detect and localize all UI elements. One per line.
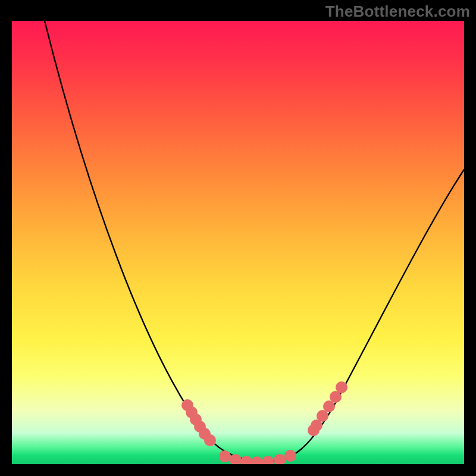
data-marker — [251, 456, 263, 464]
data-marker — [284, 450, 296, 462]
bottleneck-curve — [45, 21, 464, 461]
data-marker — [219, 450, 231, 462]
curve-svg — [12, 21, 464, 464]
data-marker — [240, 456, 252, 464]
data-marker — [274, 454, 286, 464]
data-marker — [308, 424, 320, 436]
plot-area — [12, 21, 464, 464]
data-marker — [204, 434, 216, 446]
data-marker — [336, 381, 347, 393]
watermark-text: TheBottleneck.com — [325, 2, 470, 21]
data-marker — [262, 456, 274, 464]
chart-frame: TheBottleneck.com — [0, 0, 476, 476]
